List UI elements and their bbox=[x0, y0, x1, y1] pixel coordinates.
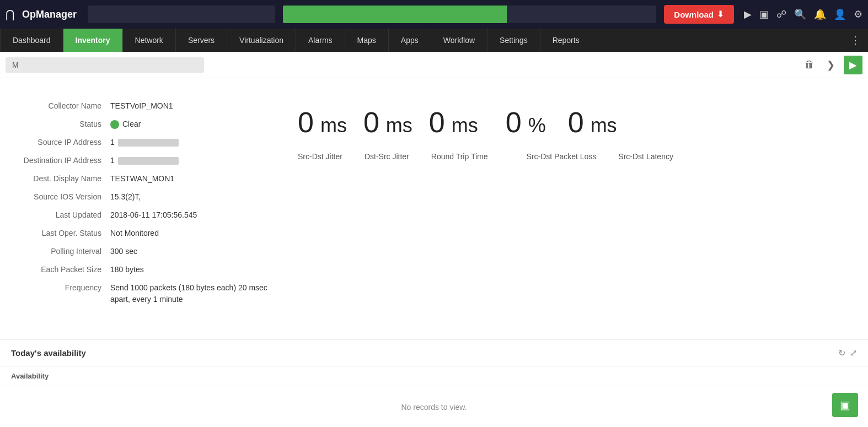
metric-src-dst-jitter: 0 ms bbox=[298, 106, 347, 139]
availability-header: Today's availability ↻ ⤢ bbox=[0, 340, 868, 366]
status-text: Clear bbox=[122, 118, 141, 130]
breadcrumb-input[interactable] bbox=[6, 57, 204, 73]
info-section: Collector Name TESTVoIP_MON1 Status Clea… bbox=[17, 89, 851, 328]
value-dest-display: TESTWAN_MON1 bbox=[110, 173, 174, 185]
value-frequency: Send 1000 packets (180 bytes each) 20 ms… bbox=[110, 282, 276, 305]
info-row-dst-ip: Destination IP Address 1 bbox=[17, 155, 276, 166]
download-icon: ⬇ bbox=[717, 9, 724, 19]
info-row-packet-size: Each Packet Size 180 bytes bbox=[17, 264, 276, 275]
nav-item-maps[interactable]: Maps bbox=[345, 29, 389, 52]
metric-src-dst-latency: 0 ms bbox=[568, 106, 617, 139]
nav-item-reports[interactable]: Reports bbox=[540, 29, 592, 52]
label-round-trip: Round Trip Time bbox=[431, 152, 488, 161]
gear-icon[interactable]: ⚙ bbox=[854, 8, 862, 20]
app-name: OpManager bbox=[22, 9, 77, 20]
label-status: Status bbox=[17, 118, 110, 130]
availability-title: Today's availability bbox=[11, 348, 86, 358]
nav-item-servers[interactable]: Servers bbox=[176, 29, 227, 52]
nav-item-network[interactable]: Network bbox=[123, 29, 176, 52]
metric-dst-src-jitter: 0 ms bbox=[363, 106, 412, 139]
availability-actions: ↻ ⤢ bbox=[838, 348, 857, 358]
nav-item-alarms[interactable]: Alarms bbox=[296, 29, 345, 52]
search-icon[interactable]: 🔍 bbox=[794, 8, 806, 20]
value-packet-size: 180 bytes bbox=[110, 264, 144, 275]
header-actions: 🗑 ❯ ▶ bbox=[801, 56, 862, 74]
top-search-input[interactable] bbox=[88, 6, 275, 23]
info-row-status: Status Clear bbox=[17, 118, 276, 130]
top-bar: ⋂ OpManager Download ⬇ ▶ ▣ ☍ 🔍 🔔 👤 ⚙ bbox=[0, 0, 868, 29]
nav-more-button[interactable]: ⋮ bbox=[843, 29, 868, 52]
nav-bar: Dashboard Inventory Network Servers Virt… bbox=[0, 29, 868, 52]
expand-button[interactable]: ⤢ bbox=[850, 348, 857, 358]
info-row-frequency: Frequency Send 1000 packets (180 bytes e… bbox=[17, 282, 276, 305]
info-row-last-oper: Last Oper. Status Not Monitored bbox=[17, 228, 276, 239]
label-dest-display: Dest. Display Name bbox=[17, 173, 110, 185]
metrics-panel: 0 ms 0 ms 0 ms 0 % 0 ms Src-Dst Jitter D… bbox=[298, 100, 851, 312]
value-status: Clear bbox=[110, 118, 141, 130]
label-last-updated: Last Updated bbox=[17, 209, 110, 221]
availability-section: Today's availability ↻ ⤢ Availability No… bbox=[0, 339, 868, 427]
chevron-right-button[interactable]: ❯ bbox=[823, 57, 838, 73]
app-grid-icon[interactable]: ⋂ bbox=[6, 8, 14, 21]
value-ios: 15.3(2)T, bbox=[110, 191, 141, 203]
user-icon[interactable]: 👤 bbox=[834, 8, 846, 20]
value-last-oper: Not Monitored bbox=[110, 228, 159, 239]
label-src-dst-packet-loss: Src-Dst Packet Loss bbox=[527, 152, 597, 161]
value-dst-ip: 1 bbox=[110, 155, 179, 166]
info-row-src-ip: Source IP Address 1 bbox=[17, 137, 276, 148]
label-collector: Collector Name bbox=[17, 100, 110, 112]
info-row-ios: Source IOS Version 15.3(2)T, bbox=[17, 191, 276, 203]
dst-ip-redacted bbox=[118, 157, 179, 165]
no-records-text: No records to view. bbox=[0, 386, 868, 427]
search-progress-bar bbox=[283, 6, 656, 23]
refresh-button[interactable]: ↻ bbox=[838, 348, 845, 358]
status-dot-green bbox=[110, 120, 119, 129]
rocket-icon[interactable]: ▶ bbox=[744, 8, 752, 20]
label-last-oper: Last Oper. Status bbox=[17, 228, 110, 239]
nav-item-settings[interactable]: Settings bbox=[487, 29, 540, 52]
availability-column-label: Availability bbox=[11, 372, 49, 380]
label-src-dst-jitter: Src-Dst Jitter bbox=[298, 152, 342, 161]
main-content: Collector Name TESTVoIP_MON1 Status Clea… bbox=[0, 78, 868, 339]
nav-item-inventory[interactable]: Inventory bbox=[63, 29, 123, 52]
delete-button[interactable]: 🗑 bbox=[801, 57, 818, 73]
info-row-collector: Collector Name TESTVoIP_MON1 bbox=[17, 100, 276, 112]
metric-packet-loss: 0 % bbox=[506, 106, 546, 139]
tag-icon[interactable]: ☍ bbox=[776, 8, 786, 20]
bottom-right-action-button[interactable]: ▣ bbox=[832, 393, 858, 417]
info-row-dest-display: Dest. Display Name TESTWAN_MON1 bbox=[17, 173, 276, 185]
download-button[interactable]: Download ⬇ bbox=[664, 5, 734, 24]
metrics-labels: Src-Dst Jitter Dst-Src Jitter Round Trip… bbox=[298, 152, 673, 161]
availability-table-header: Availability bbox=[0, 366, 868, 386]
label-frequency: Frequency bbox=[17, 282, 110, 294]
dst-ip-prefix: 1 bbox=[110, 155, 115, 166]
info-table: Collector Name TESTVoIP_MON1 Status Clea… bbox=[17, 100, 276, 312]
label-src-ip: Source IP Address bbox=[17, 137, 110, 148]
nav-item-dashboard[interactable]: Dashboard bbox=[0, 29, 63, 52]
value-src-ip: 1 bbox=[110, 137, 179, 148]
metric-round-trip: 0 ms bbox=[429, 106, 478, 139]
info-row-polling: Polling Interval 300 sec bbox=[17, 246, 276, 257]
label-packet-size: Each Packet Size bbox=[17, 264, 110, 275]
label-src-dst-latency: Src-Dst Latency bbox=[618, 152, 673, 161]
label-polling: Polling Interval bbox=[17, 246, 110, 257]
bell-icon[interactable]: 🔔 bbox=[814, 8, 826, 20]
value-collector: TESTVoIP_MON1 bbox=[110, 100, 173, 112]
nav-item-workflow[interactable]: Workflow bbox=[431, 29, 487, 52]
metrics-values: 0 ms 0 ms 0 ms 0 % 0 ms bbox=[298, 106, 617, 139]
info-row-last-updated: Last Updated 2018-06-11 17:05:56.545 bbox=[17, 209, 276, 221]
nav-item-virtualization[interactable]: Virtualization bbox=[227, 29, 296, 52]
value-polling: 300 sec bbox=[110, 246, 137, 257]
src-ip-redacted bbox=[118, 139, 179, 147]
value-last-updated: 2018-06-11 17:05:56.545 bbox=[110, 209, 197, 221]
top-icons: ▶ ▣ ☍ 🔍 🔔 👤 ⚙ bbox=[744, 8, 862, 20]
page-header: 🗑 ❯ ▶ bbox=[0, 52, 868, 78]
src-ip-prefix: 1 bbox=[110, 137, 115, 148]
label-ios: Source IOS Version bbox=[17, 191, 110, 203]
label-dst-ip: Destination IP Address bbox=[17, 155, 110, 166]
label-dst-src-jitter: Dst-Src Jitter bbox=[365, 152, 409, 161]
green-action-button[interactable]: ▶ bbox=[844, 56, 862, 74]
monitor-icon[interactable]: ▣ bbox=[759, 8, 769, 20]
nav-item-apps[interactable]: Apps bbox=[389, 29, 431, 52]
